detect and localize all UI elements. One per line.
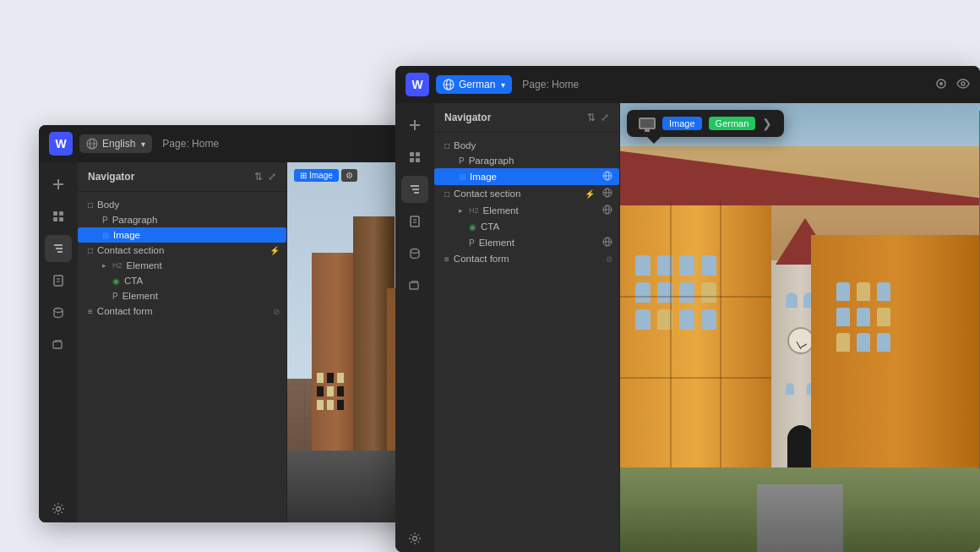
nav-sort-icon-front[interactable]: ⇅ [587,112,596,123]
tower-window3 [786,383,794,395]
svg-point-26 [961,82,965,85]
cms-icon-front[interactable] [401,240,428,267]
p-element-icon-front: P [469,238,475,248]
svg-rect-31 [410,158,414,162]
svg-rect-40 [410,282,418,289]
paragraph-icon-back: P [102,216,108,225]
nav-item-p-element-back[interactable]: P Element [78,288,286,303]
back-panel-topbar: W English ▾ Page: Home [39,125,453,162]
nav-item-paragraph-back[interactable]: P Paragraph [78,212,286,227]
svg-rect-30 [416,152,420,156]
nav-header-front: Navigator ⇅ ⤢ [434,103,619,133]
nav-item-cta-front[interactable]: ◉ CTA [434,219,619,234]
topbar-actions-front [934,77,970,93]
svg-point-18 [54,309,63,313]
nav-item-body-back[interactable]: □ Body [78,197,286,212]
nav-item-element-h2-back[interactable]: ▸ H2 Element [78,258,286,273]
contact-section-flash-front: ⚡ [585,189,595,199]
nav-item-contact-form-back[interactable]: ≡ Contact form ⊘ [78,303,286,319]
nav-item-contact-section-back[interactable]: □ Contact section ⚡ [78,243,286,258]
navigator-icon-back[interactable] [45,235,72,262]
image-tooltip-label-back: ⊞ Image [294,169,339,182]
nav-sort-icon-back[interactable]: ⇅ [254,171,263,183]
settings-icon-back[interactable] [45,495,72,522]
svg-point-25 [939,82,943,85]
chevron-down-icon-back: ▾ [141,139,145,149]
globe-icon-contact-section-front [602,188,612,199]
nav-tree-back: □ Body P Paragraph ⊞ Image □ Contact sec… [78,192,286,324]
element-h2-label-front: Element [483,205,519,216]
add-icon-front[interactable] [401,112,428,139]
globe-icon-image-front [602,171,612,183]
paragraph-label-back: Paragraph [112,215,158,225]
svg-rect-19 [53,342,62,348]
settings-icon-front[interactable] [401,525,428,552]
nav-tree-front: □ Body P Paragraph ⊞ Image □ Conta [434,133,619,271]
windows-back [317,373,344,451]
nav-item-image-back[interactable]: ⊞ Image [78,227,286,243]
nav-item-cta-back[interactable]: ◉ CTA [78,273,286,288]
elements-icon-front[interactable] [401,144,428,171]
body-label-front: Body [454,140,476,150]
contact-section-icon-back: □ [88,246,93,255]
contact-section-badge-back: ⚡ [270,246,280,255]
language-selector-back[interactable]: English ▾ [79,134,152,153]
language-selector-front[interactable]: German ▾ [436,75,512,94]
globe-icon-back [86,138,98,150]
contact-form-badge-back: ⊘ [273,307,280,316]
cms-icon-back[interactable] [45,299,72,326]
left-sidebar-front [395,103,434,552]
contact-form-icon-back: ≡ [88,307,93,316]
monitor-icon-front [639,118,656,129]
p-element-label-back: Element [122,291,158,301]
left-building [620,201,771,472]
elements-icon-back[interactable] [45,203,72,230]
svg-rect-15 [54,276,63,286]
contact-section-label-front: Contact section [454,189,520,199]
left-sidebar-back [39,162,78,522]
element-h2-label-back: Element [127,260,162,271]
navigator-title-back: Navigator [88,171,134,183]
pages-icon-back[interactable] [45,267,72,294]
nav-header-controls-back: ⇅ ⤢ [254,171,276,183]
contact-form-label-front: Contact form [454,254,509,264]
assets-icon-back[interactable] [45,331,72,358]
svg-point-41 [413,537,417,541]
svg-rect-32 [416,158,420,162]
cobblestone-road [757,484,843,552]
nav-item-body-front[interactable]: □ Body [434,138,619,153]
svg-rect-11 [59,217,63,221]
nav-expand-icon-back[interactable]: ⤢ [268,171,276,183]
right-building [811,235,980,472]
tooltip-chevron-icon-front[interactable]: ❯ [762,117,772,130]
nav-item-element-h2-front[interactable]: ▸ H2 Element [434,202,619,219]
svg-point-39 [411,249,419,254]
webflow-logo-front: W [406,73,429,96]
nav-item-image-front[interactable]: ⊞ Image [434,168,619,185]
tooltip-arrow-front [647,137,661,144]
contact-section-icon-front: □ [444,189,449,199]
svg-rect-8 [53,211,57,216]
nav-item-contact-section-front[interactable]: □ Contact section ⚡ [434,185,619,202]
nav-item-contact-form-front[interactable]: ≡ Contact form ⊘ [434,251,619,266]
pages-icon-front[interactable] [401,208,428,235]
german-town-scene [620,103,980,552]
add-icon-back[interactable] [45,171,72,198]
svg-point-20 [57,507,61,511]
body-label-back: Body [97,199,119,210]
navigator-icon-front[interactable] [401,176,428,203]
preview-icon-front[interactable] [956,77,970,93]
svg-rect-29 [410,152,414,156]
nav-item-paragraph-front[interactable]: P Paragraph [434,153,619,168]
assets-icon-front[interactable] [401,272,428,299]
page-label-front: Page: Home [522,79,579,90]
share-icon-front[interactable] [934,77,948,93]
nav-expand-icon-front[interactable]: ⤢ [601,112,609,123]
chevron-down-icon-front: ▾ [501,80,505,90]
cta-label-back: CTA [124,276,143,286]
image-tooltip-settings-back[interactable]: ⚙ [341,169,357,182]
clock-hand2 [801,344,807,348]
paragraph-label-front: Paragraph [469,156,514,166]
nav-item-p-element-front[interactable]: P Element [434,234,619,251]
contact-form-badge-front: ⊘ [606,254,612,264]
